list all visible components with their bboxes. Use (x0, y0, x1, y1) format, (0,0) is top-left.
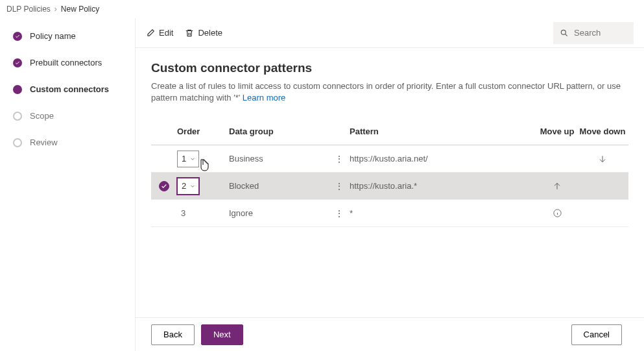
col-move-down[interactable]: Move down (577, 127, 628, 136)
arrow-up-icon (552, 181, 562, 191)
delete-label: Delete (198, 28, 222, 38)
table-row[interactable]: 3Ignore⋮* (151, 200, 628, 227)
delete-icon (185, 29, 194, 38)
delete-button[interactable]: Delete (185, 28, 222, 38)
col-order[interactable]: Order (177, 127, 229, 136)
col-move-up[interactable]: Move up (538, 127, 577, 136)
svg-point-0 (561, 30, 566, 34)
breadcrumb-current: New Policy (61, 5, 99, 14)
wizard-step-0[interactable]: Policy name (13, 31, 135, 41)
step-bullet-icon (13, 58, 22, 67)
table-header: Order Data group Pattern Move up Move do… (151, 118, 628, 145)
step-label: Scope (30, 111, 54, 121)
move-down-button (577, 173, 628, 199)
search-input-wrapper[interactable] (553, 22, 634, 44)
wizard-step-1[interactable]: Prebuilt connectors (13, 58, 135, 67)
page-title: Custom connector patterns (151, 61, 628, 75)
cell-data-group: Ignore (229, 208, 333, 218)
cell-pattern: https://kusto.aria.* (350, 181, 538, 191)
wizard-step-4[interactable]: Review (13, 138, 135, 147)
breadcrumb-separator: › (54, 5, 57, 14)
table-row[interactable]: 1 Business⋮https://kusto.aria.net/ (151, 145, 628, 173)
chevron-down-icon (189, 156, 196, 162)
edit-icon (146, 29, 155, 38)
step-bullet-icon (13, 32, 22, 41)
row-select-checkbox[interactable] (159, 154, 169, 164)
info-icon[interactable] (553, 208, 562, 218)
edit-label: Edit (159, 28, 173, 38)
chevron-down-icon (189, 183, 196, 189)
cell-pattern: * (350, 208, 538, 218)
cancel-button[interactable]: Cancel (571, 324, 622, 345)
step-label: Custom connectors (30, 84, 109, 94)
move-up-button[interactable] (538, 173, 577, 199)
back-button[interactable]: Back (151, 324, 195, 345)
row-select-checkbox[interactable] (159, 181, 169, 191)
edit-button[interactable]: Edit (146, 28, 173, 38)
search-input[interactable] (574, 28, 626, 38)
order-select[interactable]: 2 (177, 178, 199, 195)
move-down-button[interactable] (577, 145, 628, 172)
col-pattern[interactable]: Pattern (350, 127, 538, 136)
learn-more-link[interactable]: Learn more (243, 93, 285, 103)
wizard-steps: Policy name Prebuilt connectors Custom c… (0, 18, 135, 351)
cell-data-group: Business (229, 154, 333, 163)
page-description: Create a list of rules to limit access t… (151, 80, 628, 104)
row-more-menu[interactable]: ⋮ (333, 154, 346, 164)
step-label: Prebuilt connectors (30, 58, 102, 67)
breadcrumb-parent[interactable]: DLP Policies (6, 5, 51, 14)
step-label: Policy name (30, 31, 76, 41)
step-bullet-icon (13, 85, 22, 94)
order-value: 2 (182, 181, 186, 191)
col-data-group[interactable]: Data group (229, 127, 333, 136)
wizard-footer: Back Next Cancel (136, 317, 644, 351)
row-select-checkbox[interactable] (159, 208, 169, 219)
step-bullet-icon (13, 112, 22, 121)
wizard-step-3[interactable]: Scope (13, 111, 135, 121)
cell-pattern: https://kusto.aria.net/ (350, 154, 538, 163)
move-up-button (538, 145, 577, 172)
order-select[interactable]: 1 (177, 151, 199, 167)
row-more-menu[interactable]: ⋮ (333, 208, 346, 219)
step-label: Review (30, 138, 58, 147)
wizard-step-2[interactable]: Custom connectors (13, 84, 135, 94)
table-row[interactable]: 2 Blocked⋮https://kusto.aria.* (151, 173, 628, 200)
order-value: 3 (177, 208, 185, 218)
move-up-button (538, 200, 577, 226)
row-more-menu[interactable]: ⋮ (333, 181, 346, 191)
search-icon (560, 29, 569, 38)
cell-data-group: Blocked (229, 181, 333, 191)
order-value: 1 (182, 154, 186, 163)
step-bullet-icon (13, 138, 22, 147)
page-description-text: Create a list of rules to limit access t… (151, 81, 621, 103)
move-down-button (577, 200, 628, 226)
next-button[interactable]: Next (201, 324, 243, 345)
arrow-down-icon (597, 154, 608, 164)
toolbar: Edit Delete (136, 18, 644, 48)
breadcrumb: DLP Policies › New Policy (0, 0, 644, 18)
